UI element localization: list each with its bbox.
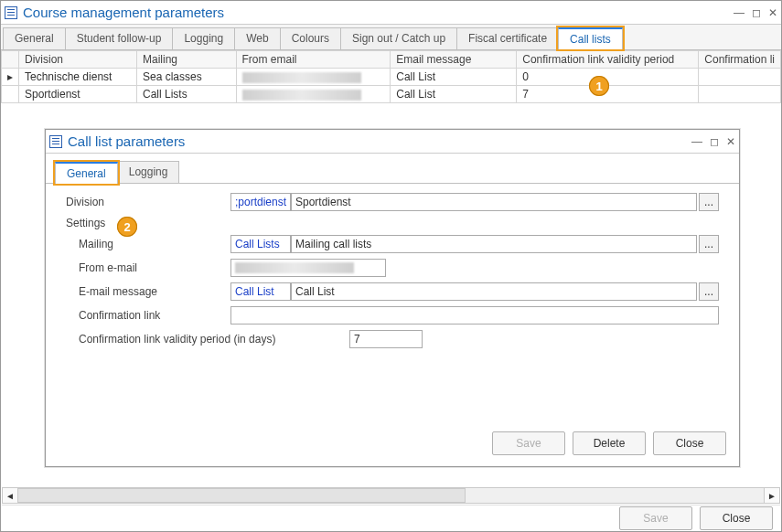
- cell-division[interactable]: Sportdienst: [19, 86, 137, 103]
- scroll-thumb[interactable]: [17, 488, 466, 503]
- minimize-icon[interactable]: —: [734, 6, 745, 19]
- close-icon[interactable]: ✕: [768, 6, 777, 19]
- call-lists-grid[interactable]: Division Mailing From email Email messag…: [1, 50, 781, 103]
- mailing-label: Mailing: [66, 238, 230, 250]
- close-icon[interactable]: ✕: [726, 135, 735, 148]
- redacted-text: [235, 262, 354, 273]
- division-code-input[interactable]: ;portdienst: [230, 193, 291, 211]
- row-selector-header: [2, 51, 19, 69]
- call-list-parameters-dialog: Call list parameters — ◻ ✕ General Loggi…: [45, 129, 740, 467]
- maximize-icon[interactable]: ◻: [710, 135, 719, 148]
- dialog-save-button[interactable]: Save: [492, 431, 565, 455]
- cell-mailing[interactable]: Sea classes: [137, 69, 237, 86]
- tab-student-follow-up[interactable]: Student follow-up: [65, 27, 174, 49]
- col-division[interactable]: Division: [19, 51, 137, 69]
- maximize-icon[interactable]: ◻: [752, 6, 761, 19]
- row-handle-icon[interactable]: ▸: [2, 69, 19, 86]
- main-save-button[interactable]: Save: [619, 506, 692, 530]
- from-email-label: From e-mail: [66, 261, 230, 274]
- app-icon: [5, 6, 17, 19]
- tab-sign-out-catch-up[interactable]: Sign out / Catch up: [340, 27, 457, 49]
- tab-web[interactable]: Web: [234, 27, 280, 49]
- confirmation-link-label: Confirmation link: [66, 309, 230, 322]
- cell-blank[interactable]: [699, 86, 781, 103]
- settings-section-label: Settings: [66, 217, 719, 229]
- tab-logging[interactable]: Logging: [172, 27, 235, 49]
- dialog-tabstrip: General Logging: [46, 154, 739, 184]
- redacted-text: [242, 90, 361, 101]
- cell-email-message[interactable]: Call List: [391, 69, 517, 86]
- col-email-message[interactable]: Email message: [391, 51, 517, 69]
- tab-call-lists[interactable]: Call lists: [558, 27, 623, 49]
- table-row[interactable]: ▸ Technische dienst Sea classes Call Lis…: [2, 69, 781, 86]
- callout-1: 1: [589, 76, 609, 96]
- col-from-email[interactable]: From email: [236, 51, 391, 69]
- cell-mailing[interactable]: Call Lists: [137, 86, 237, 103]
- dialog-title: Call list parameters: [68, 133, 691, 149]
- horizontal-scrollbar[interactable]: ◄ ►: [2, 487, 780, 504]
- main-titlebar: Course management parameters — ◻ ✕: [1, 1, 781, 25]
- dialog-app-icon: [49, 135, 62, 148]
- dialog-tab-general[interactable]: General: [55, 162, 118, 184]
- mailing-lookup-button[interactable]: ...: [699, 235, 719, 253]
- email-message-name-input[interactable]: Call List: [291, 282, 697, 301]
- table-row[interactable]: Sportdienst Call Lists Call List 7: [2, 86, 781, 103]
- tab-fiscal-certificate[interactable]: Fiscal certificate: [456, 27, 559, 49]
- division-lookup-button[interactable]: ...: [699, 193, 719, 211]
- row-handle-icon[interactable]: [2, 86, 19, 103]
- window-title: Course management parameters: [23, 5, 734, 20]
- mailing-name-input[interactable]: Mailing call lists: [291, 235, 697, 253]
- dialog-form: Division ;portdienst Sportdienst ... Set…: [46, 184, 739, 426]
- division-name-input[interactable]: Sportdienst: [291, 193, 697, 211]
- tab-colours[interactable]: Colours: [280, 27, 341, 49]
- mailing-code-input[interactable]: Call Lists: [230, 235, 291, 253]
- cell-division[interactable]: Technische dienst: [19, 69, 137, 86]
- main-tabstrip: General Student follow-up Logging Web Co…: [1, 25, 781, 50]
- email-message-code-input[interactable]: Call List: [230, 282, 291, 301]
- minimize-icon[interactable]: —: [691, 135, 702, 148]
- dialog-delete-button[interactable]: Delete: [573, 431, 646, 455]
- main-close-button[interactable]: Close: [700, 506, 773, 530]
- main-window: Course management parameters — ◻ ✕ Gener…: [0, 0, 782, 532]
- grid-area: Division Mailing From email Email messag…: [1, 50, 781, 103]
- cell-email-message[interactable]: Call List: [391, 86, 517, 103]
- cell-blank[interactable]: [699, 69, 781, 86]
- dialog-tab-logging[interactable]: Logging: [117, 161, 180, 183]
- cell-from-email[interactable]: [236, 86, 391, 103]
- col-confirmation-link-truncated[interactable]: Confirmation li: [699, 51, 781, 69]
- scroll-right-icon[interactable]: ►: [764, 487, 780, 504]
- cell-from-email[interactable]: [236, 69, 391, 86]
- window-controls: — ◻ ✕: [734, 6, 777, 19]
- redacted-text: [242, 72, 361, 83]
- dialog-button-bar: Save Delete Close: [46, 426, 739, 466]
- main-footer: Save Close: [2, 505, 780, 530]
- callout-2: 2: [117, 217, 137, 237]
- division-label: Division: [66, 196, 230, 208]
- dialog-titlebar: Call list parameters — ◻ ✕: [46, 130, 739, 154]
- email-message-lookup-button[interactable]: ...: [699, 282, 719, 301]
- col-mailing[interactable]: Mailing: [137, 51, 237, 69]
- dialog-close-button[interactable]: Close: [653, 431, 726, 455]
- validity-period-input[interactable]: 7: [349, 330, 423, 348]
- tab-general[interactable]: General: [3, 27, 66, 49]
- from-email-input[interactable]: [230, 259, 386, 277]
- dialog-window-controls: — ◻ ✕: [691, 135, 735, 148]
- confirmation-link-input[interactable]: [230, 306, 719, 325]
- validity-period-label: Confirmation link validity period (in da…: [66, 333, 331, 346]
- col-validity[interactable]: Confirmation link validity period: [517, 51, 699, 69]
- scroll-left-icon[interactable]: ◄: [2, 487, 18, 504]
- email-message-label: E-mail message: [66, 285, 230, 298]
- scroll-track[interactable]: [17, 488, 765, 503]
